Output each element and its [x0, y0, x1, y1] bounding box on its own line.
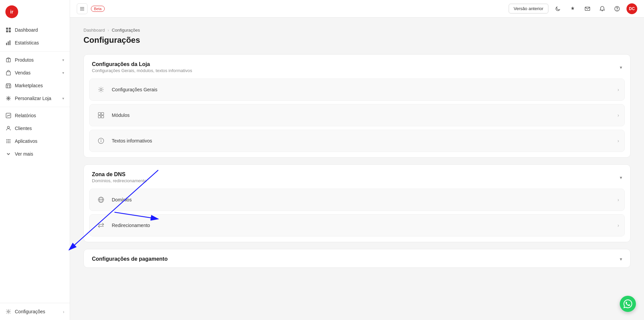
breadcrumb-dashboard: Dashboard [83, 28, 105, 33]
section-subtitle: Domínios, redirecionamento [92, 178, 147, 183]
sidebar-item-aplicativos[interactable]: Aplicativos [0, 135, 70, 148]
sidebar-nav: Dashboard Estatísticas Produtos ▾ Vendas… [0, 22, 70, 303]
svg-point-40 [101, 139, 101, 140]
globe-icon [95, 194, 107, 206]
section-title: Configurações da Loja [92, 61, 192, 67]
sidebar-item-label: Estatísticas [15, 40, 39, 45]
svg-text:ir: ir [10, 9, 13, 14]
chevron-right-icon: › [617, 223, 619, 228]
store-icon [5, 83, 11, 89]
collapse-icon[interactable]: ▾ [620, 256, 622, 262]
svg-point-16 [7, 126, 9, 128]
chevron-right-icon: › [617, 138, 619, 143]
sidebar-item-clientes[interactable]: Clientes [0, 122, 70, 135]
svg-rect-36 [98, 116, 101, 118]
sidebar-item-vendas[interactable]: Vendas ▾ [0, 66, 70, 79]
menu-item-label: Domínios [112, 197, 132, 202]
svg-point-25 [9, 142, 10, 143]
section-body: Domínios › Redirecionamento › [84, 189, 630, 242]
section-zona-dns: Zona de DNS Domínios, redirecionamento ▾… [83, 164, 631, 242]
beta-badge: Beta [91, 6, 105, 12]
section-title: Zona de DNS [92, 171, 147, 178]
sidebar-item-dashboard[interactable]: Dashboard [0, 24, 70, 36]
menu-item-configuracoes-gerais[interactable]: Configurações Gerais › [89, 78, 625, 101]
sidebar-item-label: Clientes [15, 126, 32, 131]
gear-icon [5, 309, 11, 315]
sidebar-item-label: Ver mais [15, 151, 33, 157]
svg-point-17 [6, 139, 7, 140]
svg-point-23 [6, 142, 7, 143]
menu-item-modulos[interactable]: Módulos › [89, 104, 625, 126]
avatar[interactable]: DC [626, 3, 637, 14]
section-body: Configurações Gerais › Módulos › [84, 78, 630, 157]
sidebar-item-label: Produtos [15, 57, 34, 63]
sidebar-item-label: Relatórios [15, 113, 36, 118]
grid-icon [95, 109, 107, 121]
svg-rect-12 [6, 85, 11, 88]
chevron-right-icon: › [617, 87, 619, 92]
ai-button[interactable] [567, 3, 578, 14]
svg-rect-2 [6, 28, 8, 30]
chevron-right-icon: › [617, 113, 619, 118]
whatsapp-fab[interactable] [620, 296, 636, 312]
mail-button[interactable] [582, 3, 593, 14]
section-configuracoes-loja: Configurações da Loja Configurações Gera… [83, 54, 631, 158]
svg-point-33 [100, 89, 102, 91]
sidebar: ir Dashboard Estatísticas Produtos ▾ [0, 0, 70, 320]
notifications-button[interactable] [597, 3, 608, 14]
person-icon [5, 125, 11, 131]
svg-rect-34 [98, 113, 101, 115]
dark-mode-button[interactable] [552, 3, 563, 14]
svg-rect-6 [6, 43, 7, 45]
header-left: Beta [77, 3, 105, 14]
menu-item-dominios[interactable]: Domínios › [89, 189, 625, 211]
sidebar-item-label: Personalizar Loja [15, 96, 51, 101]
header: Beta Versão anterior DC [70, 0, 644, 18]
help-button[interactable] [612, 3, 622, 14]
menu-toggle-button[interactable] [77, 3, 88, 14]
svg-point-24 [8, 142, 9, 143]
main-content: Dashboard › Configurações Configurações … [70, 18, 644, 320]
svg-rect-5 [9, 30, 11, 32]
chevron-right-icon: › [617, 197, 619, 202]
section-subtitle: Configurações Gerais, módulos, textos in… [92, 68, 192, 73]
sidebar-item-ver-mais[interactable]: Ver mais [0, 148, 70, 160]
collapse-icon[interactable]: ▾ [620, 65, 622, 70]
menu-item-label: Módulos [112, 113, 130, 118]
sidebar-item-label: Dashboard [15, 27, 38, 33]
svg-rect-11 [6, 72, 10, 75]
chevron-down-icon [5, 151, 11, 157]
breadcrumb-separator: › [108, 28, 109, 33]
grid-icon [5, 27, 11, 33]
sidebar-item-label: Vendas [15, 70, 31, 75]
sidebar-item-personalizar-loja[interactable]: Personalizar Loja ▾ [0, 92, 70, 105]
bar-chart-icon [5, 40, 11, 46]
logo[interactable]: ir [0, 0, 70, 22]
sidebar-item-configuracoes[interactable]: Configurações › [0, 305, 70, 319]
menu-item-redirecionamento[interactable]: Redirecionamento › [89, 214, 625, 236]
menu-item-textos-informativos[interactable]: Textos informativos › [89, 130, 625, 152]
section-header-pagamento: Configurações de pagamento ▾ [84, 249, 630, 267]
svg-rect-3 [9, 28, 11, 30]
sidebar-item-relatorios[interactable]: Relatórios [0, 109, 70, 122]
chevron-down-icon: ▾ [62, 71, 64, 75]
gear-icon [95, 84, 107, 96]
svg-point-19 [9, 139, 10, 140]
section-configuracoes-pagamento: Configurações de pagamento ▾ [83, 249, 631, 268]
versao-anterior-button[interactable]: Versão anterior [509, 4, 548, 13]
sidebar-item-produtos[interactable]: Produtos ▾ [0, 54, 70, 66]
sparkles-icon [5, 95, 11, 101]
sidebar-item-label: Aplicativos [15, 138, 37, 144]
page-title: Configurações [83, 35, 631, 45]
shopping-bag-icon [5, 70, 11, 76]
breadcrumb-configuracoes: Configurações [112, 28, 140, 33]
collapse-icon[interactable]: ▾ [620, 175, 622, 180]
sidebar-item-label: Marketplaces [15, 83, 43, 88]
svg-point-18 [8, 139, 9, 140]
chart-icon [5, 113, 11, 119]
header-right: Versão anterior DC [509, 3, 637, 14]
sidebar-item-estatisticas[interactable]: Estatísticas [0, 36, 70, 49]
sidebar-item-marketplaces[interactable]: Marketplaces [0, 79, 70, 92]
section-header-configuracoes-loja: Configurações da Loja Configurações Gera… [84, 55, 630, 78]
arrow-right-icon: › [63, 309, 64, 314]
